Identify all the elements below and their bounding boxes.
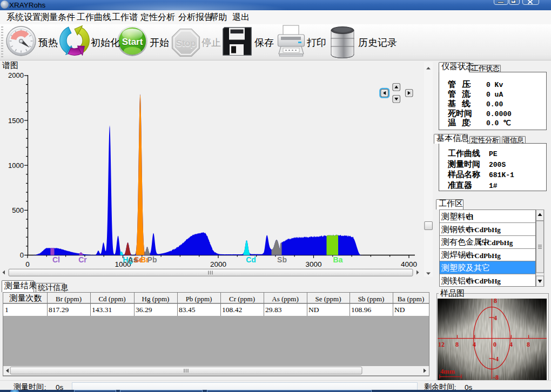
svg-text:Cd: Cd — [246, 255, 256, 264]
svg-text:Sb: Sb — [277, 255, 287, 264]
svg-text:8: 8 — [494, 299, 497, 305]
svg-text:Start: Start — [122, 37, 143, 47]
svg-text:Cr: Cr — [78, 255, 87, 264]
svg-text:12: 12 — [438, 341, 445, 348]
svg-text:4mm: 4mm — [440, 368, 455, 375]
svg-text:8: 8 — [455, 341, 459, 348]
svg-text:Ba: Ba — [333, 255, 343, 264]
svg-text:Pb: Pb — [147, 255, 157, 264]
svg-text:4: 4 — [473, 341, 476, 348]
svg-text:4: 4 — [509, 341, 513, 348]
svg-text:0: 0 — [20, 251, 24, 259]
svg-text:8: 8 — [527, 341, 530, 348]
svg-text:1500: 1500 — [8, 117, 24, 125]
svg-text:0: 0 — [25, 260, 30, 268]
svg-text:4000: 4000 — [401, 260, 417, 268]
svg-text:Cl: Cl — [52, 255, 60, 264]
svg-text:3000: 3000 — [305, 260, 321, 268]
svg-text:0: 0 — [493, 341, 496, 348]
svg-text:2000: 2000 — [210, 260, 226, 268]
svg-text:500: 500 — [12, 206, 24, 214]
svg-text:-4: -4 — [493, 355, 499, 363]
svg-text:4: 4 — [494, 314, 497, 322]
svg-text:2000: 2000 — [8, 71, 24, 79]
svg-text:Stop: Stop — [176, 38, 196, 48]
svg-text:1000: 1000 — [8, 161, 24, 170]
